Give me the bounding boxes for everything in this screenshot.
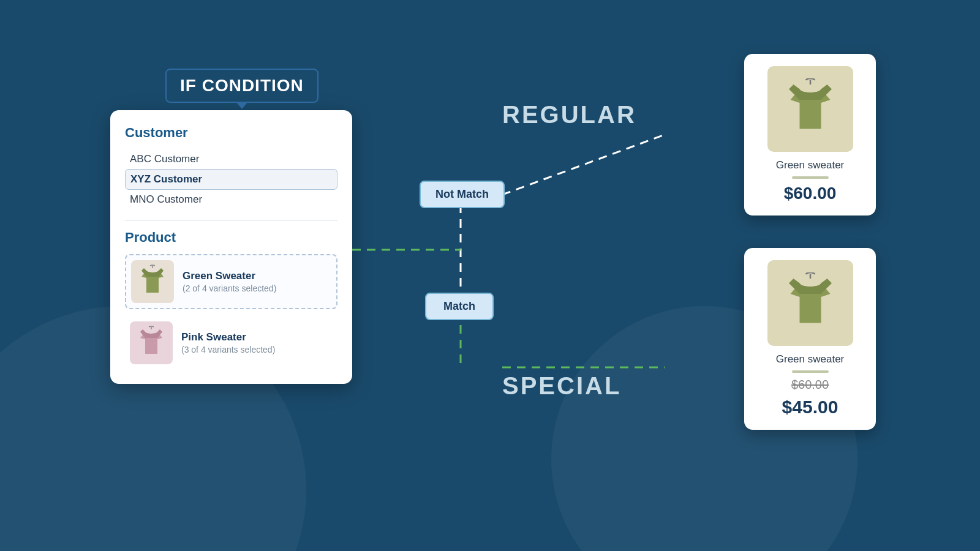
regular-card-price: $60.00 — [784, 184, 837, 203]
product-pink-sweater[interactable]: Pink Sweater (3 of 4 variants selected) — [125, 317, 337, 369]
customer-xyz-selected[interactable]: XYZ Customer — [125, 169, 337, 190]
regular-card-thumb — [767, 66, 853, 152]
svg-line-4 — [502, 135, 665, 195]
section-divider — [125, 220, 337, 221]
pink-sweater-info: Pink Sweater (3 of 4 variants selected) — [181, 331, 275, 354]
customer-mno[interactable]: MNO Customer — [125, 190, 337, 209]
condition-card: Customer ABC Customer XYZ Customer MNO C… — [110, 110, 352, 384]
product-section-title: Product — [125, 230, 337, 246]
special-card-name: Green sweater — [776, 353, 845, 365]
customer-abc[interactable]: ABC Customer — [125, 149, 337, 169]
pink-sweater-thumb — [130, 321, 173, 364]
special-product-card: Green sweater $60.00 $45.00 — [744, 248, 876, 430]
special-card-divider — [792, 370, 829, 373]
green-sweater-variants: (2 of 4 variants selected) — [183, 283, 276, 293]
product-list: Green Sweater (2 of 4 variants selected)… — [125, 254, 337, 369]
green-sweater-name: Green Sweater — [183, 270, 276, 282]
not-match-button[interactable]: Not Match — [420, 181, 505, 208]
customer-section-title: Customer — [125, 125, 337, 141]
green-sweater-thumb — [131, 260, 174, 303]
special-card-original-price: $60.00 — [791, 378, 829, 392]
regular-product-card: Green sweater $60.00 — [744, 54, 876, 216]
regular-card-name: Green sweater — [776, 159, 845, 171]
special-card-thumb — [767, 260, 853, 346]
if-condition-badge: IF CONDITION — [165, 69, 318, 103]
regular-card-divider — [792, 176, 829, 179]
regular-label: REGULAR — [502, 101, 636, 129]
pink-sweater-variants: (3 of 4 variants selected) — [181, 345, 275, 354]
special-card-special-price: $45.00 — [782, 397, 839, 418]
pink-sweater-name: Pink Sweater — [181, 331, 275, 343]
main-container: IF CONDITION Customer ABC Customer XYZ C… — [0, 0, 980, 551]
green-sweater-info: Green Sweater (2 of 4 variants selected) — [183, 270, 276, 293]
customer-list: ABC Customer XYZ Customer MNO Customer — [125, 149, 337, 209]
special-label: SPECIAL — [502, 372, 621, 400]
match-button[interactable]: Match — [425, 293, 494, 320]
product-green-sweater[interactable]: Green Sweater (2 of 4 variants selected) — [125, 254, 337, 309]
